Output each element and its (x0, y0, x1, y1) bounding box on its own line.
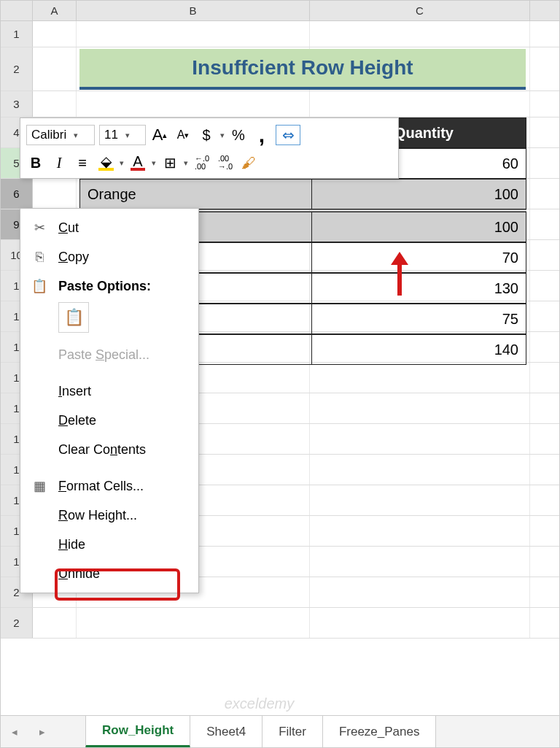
sheet-tab[interactable]: Freeze_Panes (323, 716, 437, 748)
menu-hide[interactable]: Hide (20, 530, 198, 559)
font-name-value: Calibri (31, 128, 66, 142)
cell[interactable]: 75 (312, 304, 526, 334)
paste-option-row: 📋 (20, 301, 198, 340)
increase-decimal-button[interactable]: ←.0 .00 (192, 153, 211, 173)
sheet-tab-active[interactable]: Row_Height (85, 716, 190, 748)
sheet-tab[interactable]: Sheet4 (190, 716, 262, 748)
row-header[interactable]: 2 (1, 47, 33, 90)
page-title: Insuffcient Row Height (79, 49, 526, 90)
format-cells-icon: ▦ (31, 478, 48, 494)
chevron-down-icon[interactable]: ▾ (184, 158, 188, 168)
align-button[interactable]: ≡ (73, 153, 92, 173)
copy-icon: ⎘ (31, 250, 48, 265)
cell[interactable]: 100 (312, 179, 526, 209)
row-header-selected[interactable]: 6 (1, 179, 33, 209)
tab-nav-first[interactable]: ◂ (1, 725, 28, 739)
font-color-button[interactable]: A (128, 153, 147, 173)
menu-clear-contents[interactable]: Clear Contents (20, 435, 198, 464)
chevron-down-icon[interactable]: ▾ (120, 158, 124, 168)
menu-cut[interactable]: ✂ CCutut (20, 213, 198, 242)
merge-button[interactable]: ⇔ (276, 125, 300, 145)
shrink-font-button[interactable]: A▾ (174, 125, 192, 145)
font-name-select[interactable]: Calibri ▾ (26, 125, 95, 145)
paste-button[interactable]: 📋 (58, 302, 89, 333)
format-painter-button[interactable]: 🖌 (239, 153, 258, 173)
font-color-icon: A (131, 155, 144, 171)
grow-font-button[interactable]: A▴ (150, 125, 169, 145)
chevron-down-icon[interactable]: ▾ (220, 131, 225, 140)
chevron-down-icon[interactable]: ▾ (152, 158, 156, 168)
column-header-row: A B C (1, 1, 559, 21)
menu-insert[interactable]: Insert (20, 377, 198, 406)
cell[interactable]: 140 (312, 334, 526, 365)
cell[interactable]: 70 (312, 242, 526, 273)
mini-toolbar: Calibri ▾ 11 ▾ A▴ A▾ $ ▾ % , ⇔ B I ≡ ⬙ ▾… (20, 117, 399, 179)
chevron-down-icon: ▾ (74, 131, 78, 140)
tab-nav-next[interactable]: ▸ (28, 725, 56, 739)
fill-color-button[interactable]: ⬙ (96, 153, 115, 173)
font-size-select[interactable]: 11 ▾ (99, 125, 146, 145)
menu-delete[interactable]: Delete (20, 406, 198, 435)
bold-button[interactable]: B (26, 153, 45, 173)
border-button[interactable]: ⊞ (160, 153, 179, 173)
font-size-value: 11 (104, 128, 118, 142)
italic-button[interactable]: I (50, 153, 69, 173)
sheet-tab[interactable]: Filter (262, 716, 323, 748)
col-header-c[interactable]: C (310, 1, 530, 20)
fill-icon: ⬙ (98, 155, 114, 171)
cell[interactable]: Orange (79, 179, 312, 209)
comma-style-button[interactable]: , (252, 125, 271, 145)
menu-format-cells[interactable]: ▦ Format Cells... (20, 471, 198, 501)
annotation-arrow (392, 252, 408, 296)
menu-row-height[interactable]: Row Height... (20, 501, 198, 530)
scissors-icon: ✂ (31, 220, 48, 236)
col-header-a[interactable]: A (33, 1, 77, 20)
menu-unhide[interactable]: Unhide (20, 559, 198, 588)
menu-paste-special: Paste Special... (20, 340, 198, 369)
chevron-down-icon: ▾ (125, 131, 130, 140)
currency-button[interactable]: $ (197, 125, 216, 145)
cell[interactable]: 130 (312, 273, 526, 304)
row-header[interactable]: 2 (1, 608, 33, 638)
menu-copy[interactable]: ⎘ Copy (20, 242, 198, 271)
cell[interactable]: 100 (312, 212, 526, 242)
row-header[interactable]: 1 (1, 21, 33, 47)
clipboard-icon: 📋 (31, 278, 48, 294)
context-menu: ✂ CCutut ⎘ Copy 📋 Paste Options: 📋 Paste… (20, 208, 199, 593)
sheet-tab-bar: ◂ ▸ Row_Height Sheet4 Filter Freeze_Pane… (1, 715, 559, 747)
table-row-selected[interactable]: Orange 100 (79, 179, 526, 209)
col-header-b[interactable]: B (77, 1, 310, 20)
menu-paste-options: 📋 Paste Options: (20, 271, 198, 301)
decrease-decimal-button[interactable]: .00 →.0 (216, 153, 235, 173)
select-all-corner[interactable] (1, 1, 33, 20)
row-header[interactable]: 3 (1, 91, 33, 117)
percent-button[interactable]: % (229, 125, 248, 145)
